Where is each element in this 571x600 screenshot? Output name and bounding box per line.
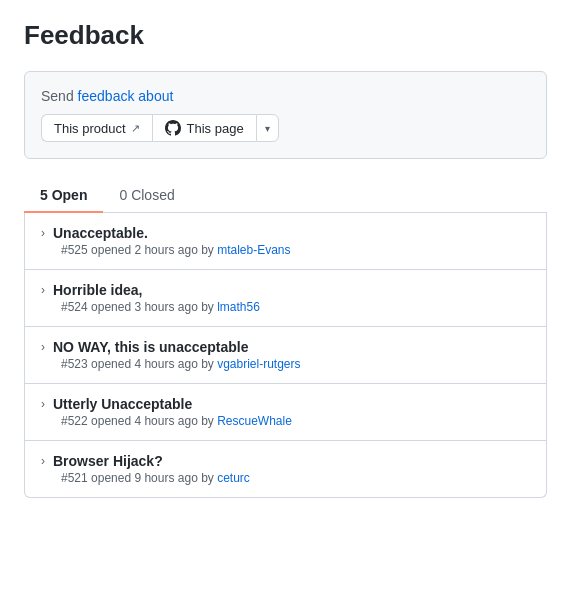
issue-number: #524 <box>61 300 88 314</box>
issue-title: Unacceptable. <box>53 225 148 241</box>
issue-number: #521 <box>61 471 88 485</box>
issue-title-row: › Unacceptable. <box>41 225 530 241</box>
this-product-label: This product <box>54 121 126 136</box>
issue-item: › NO WAY, this is unacceptable #523 open… <box>25 327 546 384</box>
issue-time: opened 2 hours ago by <box>91 243 217 257</box>
issue-title-row: › Browser Hijack? <box>41 453 530 469</box>
issue-title-row: › Horrible idea, <box>41 282 530 298</box>
issue-author[interactable]: RescueWhale <box>217 414 292 428</box>
issue-title-row: › NO WAY, this is unacceptable <box>41 339 530 355</box>
tab-open[interactable]: 5 Open <box>24 179 103 213</box>
this-product-button[interactable]: This product ↗ <box>41 114 152 142</box>
dropdown-button[interactable]: ▾ <box>256 114 279 142</box>
this-page-label: This page <box>187 121 244 136</box>
issue-number: #522 <box>61 414 88 428</box>
issue-title: NO WAY, this is unacceptable <box>53 339 249 355</box>
issue-time: opened 4 hours ago by <box>91 357 217 371</box>
page-title: Feedback <box>24 20 547 51</box>
chevron-right-icon[interactable]: › <box>41 226 45 240</box>
issue-meta: #524 opened 3 hours ago by lmath56 <box>41 300 530 314</box>
issue-title: Horrible idea, <box>53 282 142 298</box>
issue-time: opened 9 hours ago by <box>91 471 217 485</box>
issue-title: Browser Hijack? <box>53 453 163 469</box>
issue-item: › Horrible idea, #524 opened 3 hours ago… <box>25 270 546 327</box>
issue-author[interactable]: lmath56 <box>217 300 260 314</box>
issue-author[interactable]: vgabriel-rutgers <box>217 357 300 371</box>
issue-item: › Utterly Unacceptable #522 opened 4 hou… <box>25 384 546 441</box>
issue-number: #523 <box>61 357 88 371</box>
tab-open-label: 5 Open <box>40 187 87 203</box>
issue-author[interactable]: ceturc <box>217 471 250 485</box>
chevron-right-icon[interactable]: › <box>41 454 45 468</box>
issue-time: opened 4 hours ago by <box>91 414 217 428</box>
tabs: 5 Open 0 Closed <box>24 179 547 213</box>
external-link-icon: ↗ <box>131 122 140 135</box>
issue-meta: #521 opened 9 hours ago by ceturc <box>41 471 530 485</box>
issues-list: › Unacceptable. #525 opened 2 hours ago … <box>24 213 547 498</box>
chevron-right-icon[interactable]: › <box>41 283 45 297</box>
issue-time: opened 3 hours ago by <box>91 300 217 314</box>
button-group: This product ↗ This page ▾ <box>41 114 530 142</box>
this-page-button[interactable]: This page <box>152 114 256 142</box>
issue-title: Utterly Unacceptable <box>53 396 192 412</box>
issue-author[interactable]: mtaleb-Evans <box>217 243 290 257</box>
chevron-right-icon[interactable]: › <box>41 340 45 354</box>
issue-item: › Browser Hijack? #521 opened 9 hours ag… <box>25 441 546 497</box>
chevron-down-icon: ▾ <box>265 123 270 134</box>
github-icon <box>165 120 181 136</box>
send-feedback-box: Send feedback about This product ↗ This … <box>24 71 547 159</box>
feedback-link[interactable]: feedback about <box>78 88 174 104</box>
chevron-right-icon[interactable]: › <box>41 397 45 411</box>
issue-meta: #523 opened 4 hours ago by vgabriel-rutg… <box>41 357 530 371</box>
tab-closed[interactable]: 0 Closed <box>103 179 190 213</box>
issue-number: #525 <box>61 243 88 257</box>
issue-meta: #522 opened 4 hours ago by RescueWhale <box>41 414 530 428</box>
tab-closed-label: 0 Closed <box>119 187 174 203</box>
issue-title-row: › Utterly Unacceptable <box>41 396 530 412</box>
send-feedback-label: Send feedback about <box>41 88 530 104</box>
issue-meta: #525 opened 2 hours ago by mtaleb-Evans <box>41 243 530 257</box>
issue-item: › Unacceptable. #525 opened 2 hours ago … <box>25 213 546 270</box>
